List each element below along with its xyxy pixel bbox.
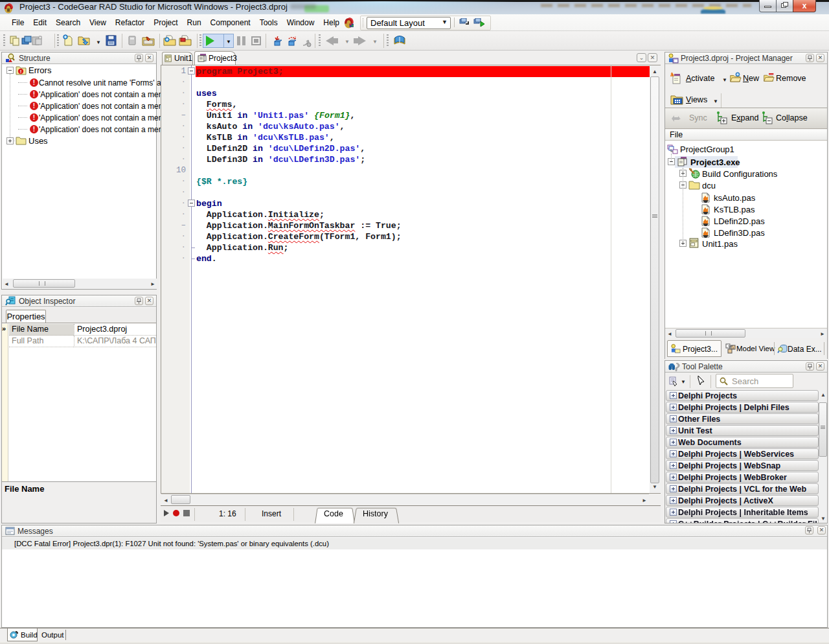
svg-text:!: ! (20, 69, 22, 75)
